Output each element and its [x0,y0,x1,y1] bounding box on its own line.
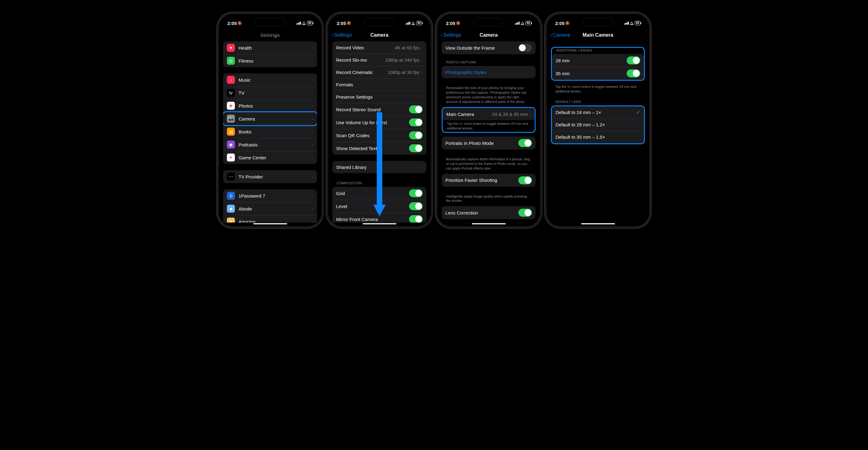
switch-pfs[interactable] [518,176,532,184]
row-pfs[interactable]: Prioritize Faster Shooting [442,174,535,187]
row-35-mm[interactable]: 35 mm [552,67,644,80]
switch-use-volume-up-for-burst[interactable] [409,118,423,126]
notch [255,18,286,27]
home-indicator[interactable] [253,223,287,224]
switch-view-outside[interactable] [518,44,532,52]
row-default-to-28-mm-–-1.2×[interactable]: Default to 28 mm – 1.2× [552,119,644,131]
row-photographic-styles[interactable]: Photographic Styles [442,66,535,78]
home-indicator[interactable] [581,223,615,224]
row-tv-provider[interactable]: ⋯TV Provider› [223,170,317,183]
switch-record-stereo-sound[interactable] [409,105,423,113]
row-scan-qr-codes[interactable]: Scan QR Codes [333,129,426,142]
row-grid[interactable]: Grid [333,187,426,200]
row-amazon[interactable]: aAmazon› [223,215,317,223]
highlight-main-camera: Main Camera 24 & 28 & 35 mm › Tap the 1×… [442,107,535,133]
row-1password-7[interactable]: ①1Password 7› [223,189,317,202]
group-default-lens: Default to 24 mm – 1×✓Default to 28 mm –… [552,106,644,143]
page-title: Camera [479,32,498,38]
switch-mirror-front-camera[interactable] [409,215,423,223]
row-view-outside[interactable]: View Outside the Frame [442,41,535,54]
switch-level[interactable] [409,202,423,210]
wifi-icon: ⧋ [302,21,306,25]
row-label: Music [239,77,312,83]
row-health[interactable]: ♥Health› [223,41,317,54]
row-lens-correction[interactable]: Lens Correction [442,206,535,219]
row-abode[interactable]: ◆Abode› [223,202,317,215]
row-books[interactable]: ▤Books› [223,125,317,138]
switch-lens-correction[interactable] [518,209,532,217]
row-formats[interactable]: Formats› [333,78,426,91]
chevron-right-icon: › [422,45,423,50]
abode-icon: ◆ [227,205,235,213]
row-preserve-settings[interactable]: Preserve Settings› [333,91,426,103]
phone-camera-settings: 2:05 🔕 ⧋ 92 ‹ Settings Camera Record Vid… [326,12,432,228]
row-tv[interactable]: tvTV› [223,86,317,99]
chevron-right-icon: › [422,95,423,99]
chevron-right-icon: › [422,165,423,170]
status-time: 2:05 [337,21,346,26]
row-game-center[interactable]: ✦Game Center› [223,151,317,164]
row-use-volume-up-for-burst[interactable]: Use Volume Up for Burst [333,116,426,129]
row-label: Mirror Front Camera [336,217,409,222]
photos-icon: ❀ [227,102,235,110]
row-music[interactable]: ♪Music› [223,73,317,86]
chevron-right-icon: › [312,46,313,50]
row-show-detected-text[interactable]: Show Detected Text [333,142,426,155]
chevron-left-icon: ‹ [550,32,552,38]
chevron-right-icon: › [530,112,531,116]
row-label: Scan QR Codes [336,133,409,138]
switch-grid[interactable] [409,189,423,197]
row-default-to-24-mm-–-1×[interactable]: Default to 24 mm – 1×✓ [552,106,644,119]
row-value: 24 & 28 & 35 mm [492,112,528,117]
row-record-video[interactable]: Record Video4K at 60 fps› [333,41,426,54]
back-button[interactable]: ‹ Settings [441,32,461,38]
home-indicator[interactable] [472,223,506,224]
notch [583,18,614,27]
back-label: Settings [334,32,352,38]
back-button[interactable]: ‹ Camera [550,32,570,38]
wifi-icon: ⧋ [521,21,524,25]
row-level[interactable]: Level [333,200,426,213]
row-label: Amazon [239,219,312,223]
row-label: Podcasts [239,142,312,147]
group-lens-correction: Lens Correction [442,206,535,219]
row-record-cinematic[interactable]: Record Cinematic1080p at 30 fps› [333,66,426,78]
switch-35-mm[interactable] [627,69,640,77]
books-icon: ▤ [227,128,235,136]
chevron-right-icon: › [312,59,313,63]
row-label: 1Password 7 [239,193,312,198]
nav-header: ‹ Settings Camera [437,29,540,41]
row-record-stereo-sound[interactable]: Record Stereo Sound [333,103,426,116]
row-main-camera[interactable]: Main Camera 24 & 28 & 35 mm › [443,108,535,120]
back-button[interactable]: ‹ Settings [332,32,352,38]
status-time: 2:05 [227,21,237,26]
home-indicator[interactable] [363,223,397,224]
health-icon: ♥ [227,44,235,52]
phone-main-camera: 2:05 🔕 ⧋ 92 ‹ Camera Main Camera ADDITIO… [545,12,651,228]
switch-portraits[interactable] [518,139,532,147]
note-portraits: Automatically capture depth information … [442,156,535,174]
chevron-right-icon: › [312,130,313,134]
switch-28-mm[interactable] [627,56,640,64]
row-record-slo-mo[interactable]: Record Slo-mo1080p at 240 fps› [333,54,426,66]
row-camera[interactable]: 📷Camera› [223,112,317,125]
row-28-mm[interactable]: 28 mm [552,54,644,67]
section-additional-lenses: ADDITIONAL LENSES [552,48,644,54]
row-fitness[interactable]: ◎Fitness› [223,54,317,67]
highlight-default-lens: Default to 24 mm – 1×✓Default to 28 mm –… [551,105,645,144]
row-podcasts[interactable]: ◉Podcasts› [223,138,317,151]
notch [473,18,504,27]
switch-scan-qr-codes[interactable] [409,131,423,139]
page-title: Main Camera [583,32,614,38]
row-mirror-front-camera[interactable]: Mirror Front Camera [333,213,426,223]
chevron-right-icon: › [422,82,423,87]
chevron-right-icon: › [312,116,313,121]
switch-show-detected-text[interactable] [409,144,423,152]
silent-icon: 🔕 [237,21,242,25]
row-shared-library[interactable]: Shared Library› [333,161,426,173]
row-default-to-35-mm-–-1.5×[interactable]: Default to 35 mm – 1.5× [552,131,644,143]
row-label: Photographic Styles [445,69,532,75]
row-photos[interactable]: ❀Photos› [223,99,317,112]
group-composition: GridLevelMirror Front CameraView Outside… [333,187,426,223]
row-portraits[interactable]: Portraits in Photo Mode [442,137,535,149]
